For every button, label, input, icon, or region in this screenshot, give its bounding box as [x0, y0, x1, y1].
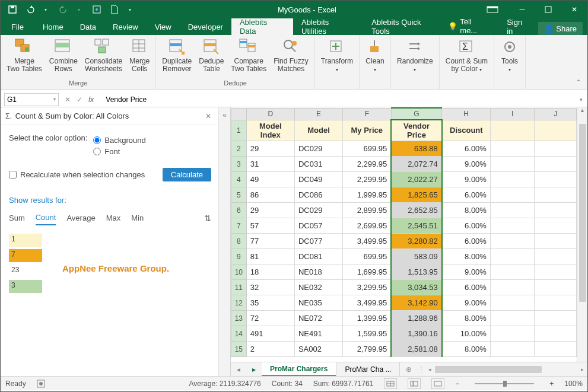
randomize-button[interactable]: Randomize▾ — [393, 36, 437, 79]
zoom-in-icon[interactable]: + — [549, 380, 554, 388]
tab-file[interactable]: File — [1, 18, 34, 35]
zoom-out-icon[interactable]: − — [455, 380, 459, 388]
close-pane-icon[interactable]: ✕ — [203, 112, 214, 120]
formula-input[interactable]: Vendor Price — [100, 95, 575, 104]
tab-ablebits-data[interactable]: Ablebits Data — [231, 18, 293, 35]
task-pane: Σ. Count & Sum by Color: All Colors ✕ Se… — [1, 107, 231, 376]
color-swatch-row[interactable]: 1 — [9, 234, 211, 247]
tab-data[interactable]: Data — [72, 18, 104, 35]
quick-access-toolbar: ▾ ▾ ▾ — [1, 2, 138, 17]
tell-me[interactable]: 💡Tell me... — [448, 17, 498, 35]
macro-record-icon[interactable] — [37, 380, 45, 388]
table-row[interactable]: 4 49 DC049 2,299.95 2,022.27 9.00% — [231, 172, 577, 187]
tools-button[interactable]: Tools▾ — [497, 36, 523, 79]
tab-home[interactable]: Home — [34, 18, 72, 35]
svg-point-36 — [508, 45, 511, 49]
save-icon[interactable] — [4, 2, 21, 17]
stat-min[interactable]: Min — [131, 213, 144, 225]
svg-point-30 — [292, 41, 297, 46]
pane-gutter[interactable]: « — [218, 107, 230, 376]
share-button[interactable]: 👤Share — [538, 22, 583, 35]
status-ready: Ready — [5, 380, 26, 388]
option-font[interactable]: Font — [93, 147, 145, 156]
table-row[interactable]: 5 86 DC086 1,999.95 1,825.65 6.00% — [231, 187, 577, 203]
table-row[interactable]: 3 31 DC031 2,299.95 2,072.74 9.00% — [231, 157, 577, 172]
view-page-layout-icon[interactable] — [408, 378, 421, 389]
bulb-icon: 💡 — [448, 22, 457, 31]
tab-review[interactable]: Review — [104, 18, 147, 35]
color-swatch-row[interactable]: 7 — [9, 249, 211, 262]
collapse-ribbon-icon[interactable]: ⌃ — [570, 35, 587, 89]
table-row[interactable]: 6 29 DC029 2,899.95 2,652.85 8.00% — [231, 203, 577, 218]
recalculate-checkbox[interactable]: Recalculate when selection changes — [9, 170, 145, 179]
svg-rect-16 — [98, 47, 106, 53]
fx-icon[interactable]: fx — [88, 95, 94, 104]
maximize-icon[interactable] — [535, 1, 561, 18]
table-row[interactable]: 2 29 DC029 699.95 638.88 6.00% — [231, 141, 577, 157]
color-swatch-row[interactable]: 3 — [9, 280, 211, 293]
dedupe-table-button[interactable]: Dedupe Table — [195, 36, 227, 79]
touch-mode-icon[interactable] — [88, 2, 105, 17]
consolidate-button[interactable]: Consolidate Worksheets — [81, 36, 126, 79]
undo-icon[interactable] — [22, 2, 39, 17]
tab-developer[interactable]: Developer — [180, 18, 231, 35]
tab-ablebits-utilities[interactable]: Ablebits Utilities — [293, 18, 363, 35]
stat-sum[interactable]: Sum — [9, 213, 25, 225]
compare-tables-button[interactable]: Compare Two Tables — [227, 36, 270, 79]
sheet-nav-next[interactable]: ▸ — [246, 365, 262, 374]
spreadsheet-grid[interactable]: DEFGHIJ 1 Model Index Model My Price Ven… — [231, 107, 577, 357]
cancel-formula-icon[interactable]: ✕ — [65, 95, 71, 104]
sheet-tab-active[interactable]: ProMar Chargers — [262, 362, 336, 377]
vertical-scrollbar[interactable]: ▲ — [577, 107, 587, 362]
calculate-button[interactable]: Calculate — [163, 168, 211, 181]
redo-icon[interactable] — [55, 2, 72, 17]
merge-cells-button[interactable]: Merge Cells — [126, 36, 153, 79]
stat-count[interactable]: Count — [36, 213, 56, 225]
new-file-icon[interactable] — [106, 2, 123, 17]
svg-rect-9 — [25, 47, 28, 51]
merge-two-tables-button[interactable]: Merge Two Tables — [3, 36, 46, 79]
svg-point-3 — [96, 8, 98, 11]
table-row[interactable]: 14 491 NE491 1,599.95 1,390.16 10.00% — [231, 326, 577, 342]
table-row[interactable]: 13 72 NE072 1,399.95 1,288.96 8.00% — [231, 311, 577, 326]
table-row[interactable]: 8 77 DC077 3,499.95 3,280.82 6.00% — [231, 234, 577, 249]
table-row[interactable]: 9 81 DC081 699.95 583.09 8.00% — [231, 249, 577, 264]
sort-icon[interactable]: ⇅ — [204, 213, 211, 225]
horizontal-scrollbar[interactable]: ◂▸ — [425, 366, 587, 373]
combine-rows-button[interactable]: Combine Rows — [46, 36, 81, 79]
new-sheet-icon[interactable]: ⊕ — [400, 365, 418, 374]
share-icon: 👤 — [544, 24, 554, 33]
transform-button[interactable]: Transform▾ — [317, 36, 357, 79]
svg-rect-14 — [95, 39, 101, 45]
sheet-nav-prev[interactable]: ◂ — [231, 365, 246, 374]
sheet-tab-other[interactable]: ProMar Cha ... — [336, 362, 400, 377]
zoom-slider[interactable] — [475, 383, 534, 384]
table-row[interactable]: 7 57 DC057 2,699.95 2,545.51 6.00% — [231, 218, 577, 234]
expand-formula-icon[interactable]: ▾ — [575, 97, 587, 103]
view-normal-icon[interactable] — [384, 378, 397, 389]
accept-formula-icon[interactable]: ✓ — [77, 95, 82, 104]
tab-ablebits-quick[interactable]: Ablebits Quick Tools — [363, 18, 448, 35]
stat-average[interactable]: Average — [66, 213, 95, 225]
name-box[interactable]: G1▾ — [4, 93, 59, 106]
fuzzy-matches-button[interactable]: Find Fuzzy Matches — [270, 36, 312, 79]
duplicate-remover-button[interactable]: Duplicate Remover — [158, 36, 195, 79]
count-sum-by-color-button[interactable]: ΣCount & Sum by Color ▾ — [442, 36, 491, 79]
color-option-label: Select the color option: — [9, 133, 87, 142]
option-background[interactable]: Background — [93, 136, 145, 145]
table-row[interactable]: 15 2 SA002 2,799.95 2,581.08 8.00% — [231, 342, 577, 357]
ribbon-display-icon[interactable] — [476, 6, 509, 13]
window-title: MyGoods - Excel — [138, 5, 476, 14]
table-row[interactable]: 11 32 NE032 3,299.95 3,034.53 6.00% — [231, 280, 577, 295]
clean-button[interactable]: Clean▾ — [362, 36, 388, 79]
view-page-break-icon[interactable] — [431, 378, 444, 389]
close-icon[interactable]: ✕ — [561, 1, 587, 18]
stat-max[interactable]: Max — [106, 213, 121, 225]
minimize-icon[interactable]: ─ — [509, 1, 535, 18]
table-row[interactable]: 12 35 NE035 3,499.95 3,142.90 9.00% — [231, 295, 577, 311]
table-row[interactable]: 10 18 NE018 1,699.95 1,513.95 9.00% — [231, 264, 577, 280]
sign-in[interactable]: Sign in — [498, 18, 538, 35]
svg-rect-22 — [170, 43, 182, 46]
tab-view[interactable]: View — [147, 18, 180, 35]
sigma-icon: Σ. — [5, 112, 12, 120]
